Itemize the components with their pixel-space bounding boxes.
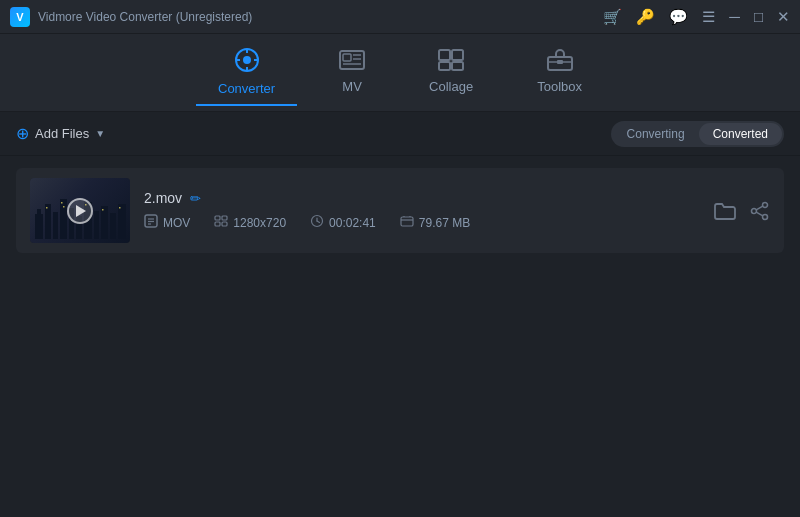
- title-bar: V Vidmore Video Converter (Unregistered)…: [0, 0, 800, 34]
- file-card: 2.mov ✏ MOV: [16, 168, 784, 253]
- resolution-value: 1280x720: [233, 216, 286, 230]
- file-duration: 00:02:41: [310, 214, 376, 231]
- svg-line-54: [756, 206, 763, 210]
- svg-rect-26: [94, 211, 99, 239]
- key-icon[interactable]: 🔑: [636, 8, 655, 26]
- svg-rect-27: [101, 206, 108, 239]
- svg-rect-41: [222, 216, 227, 220]
- play-triangle-icon: [76, 205, 86, 217]
- collage-icon: [438, 49, 464, 75]
- file-meta: MOV 1280x720: [144, 214, 700, 231]
- svg-rect-7: [343, 54, 351, 61]
- svg-rect-20: [45, 204, 51, 239]
- mv-icon: [339, 49, 365, 75]
- svg-line-46: [317, 221, 320, 223]
- add-files-button[interactable]: ⊕ Add Files ▼: [16, 124, 105, 143]
- file-thumbnail[interactable]: [30, 178, 130, 243]
- converting-toggle-btn[interactable]: Converting: [613, 123, 699, 145]
- size-icon: [400, 214, 414, 231]
- toolbar: ⊕ Add Files ▼ Converting Converted: [0, 112, 800, 156]
- file-actions: [714, 201, 770, 221]
- svg-rect-43: [222, 222, 227, 226]
- format-value: MOV: [163, 216, 190, 230]
- file-resolution: 1280x720: [214, 214, 286, 231]
- svg-rect-30: [61, 202, 63, 204]
- tab-toolbox-label: Toolbox: [537, 79, 582, 94]
- nav-tabs: Converter MV Collage: [0, 34, 800, 112]
- svg-rect-42: [215, 222, 220, 226]
- size-value: 79.67 MB: [419, 216, 470, 230]
- svg-rect-29: [118, 204, 126, 239]
- tab-collage-label: Collage: [429, 79, 473, 94]
- maximize-btn[interactable]: □: [754, 8, 763, 25]
- svg-rect-34: [102, 209, 104, 211]
- edit-icon[interactable]: ✏: [190, 191, 201, 206]
- svg-rect-47: [401, 217, 413, 226]
- resolution-icon: [214, 214, 228, 231]
- file-format: MOV: [144, 214, 190, 231]
- play-button[interactable]: [67, 198, 93, 224]
- svg-rect-32: [46, 207, 48, 209]
- cart-icon[interactable]: 🛒: [603, 8, 622, 26]
- tab-toolbox[interactable]: Toolbox: [515, 41, 604, 104]
- file-info: 2.mov ✏ MOV: [144, 190, 700, 231]
- toolbox-icon: [547, 49, 573, 75]
- svg-point-53: [763, 214, 768, 219]
- minimize-btn[interactable]: ─: [729, 8, 740, 25]
- format-icon: [144, 214, 158, 231]
- svg-rect-13: [439, 62, 450, 70]
- add-files-label: Add Files: [35, 126, 89, 141]
- duration-value: 00:02:41: [329, 216, 376, 230]
- svg-rect-28: [110, 213, 116, 239]
- convert-toggle: Converting Converted: [611, 121, 784, 147]
- svg-rect-12: [452, 50, 463, 60]
- svg-rect-31: [63, 206, 65, 208]
- tab-mv-label: MV: [342, 79, 362, 94]
- svg-point-51: [763, 202, 768, 207]
- title-bar-left: V Vidmore Video Converter (Unregistered): [10, 7, 252, 27]
- file-size: 79.67 MB: [400, 214, 470, 231]
- close-btn[interactable]: ✕: [777, 8, 790, 26]
- tab-collage[interactable]: Collage: [407, 41, 495, 104]
- svg-rect-11: [439, 50, 450, 60]
- svg-rect-19: [37, 209, 41, 214]
- converted-toggle-btn[interactable]: Converted: [699, 123, 782, 145]
- svg-rect-21: [53, 212, 58, 239]
- file-name: 2.mov: [144, 190, 182, 206]
- title-bar-right: 🛒 🔑 💬 ☰ ─ □ ✕: [603, 8, 790, 26]
- svg-rect-35: [119, 207, 121, 209]
- app-title: Vidmore Video Converter (Unregistered): [38, 10, 252, 24]
- svg-rect-40: [215, 216, 220, 220]
- converter-icon: [234, 47, 260, 77]
- duration-icon: [310, 214, 324, 231]
- file-name-row: 2.mov ✏: [144, 190, 700, 206]
- plus-icon: ⊕: [16, 124, 29, 143]
- svg-rect-17: [557, 60, 563, 64]
- open-folder-button[interactable]: [714, 202, 736, 220]
- svg-rect-14: [452, 62, 463, 70]
- svg-rect-22: [60, 199, 67, 239]
- svg-point-52: [752, 208, 757, 213]
- tab-mv[interactable]: MV: [317, 41, 387, 104]
- svg-point-1: [243, 56, 251, 64]
- share-button[interactable]: [750, 201, 770, 221]
- tab-converter[interactable]: Converter: [196, 39, 297, 106]
- app-icon: V: [10, 7, 30, 27]
- tab-converter-label: Converter: [218, 81, 275, 96]
- svg-rect-18: [35, 214, 43, 239]
- chat-icon[interactable]: 💬: [669, 8, 688, 26]
- content-area: 2.mov ✏ MOV: [0, 156, 800, 517]
- svg-line-55: [756, 212, 763, 216]
- menu-icon[interactable]: ☰: [702, 8, 715, 26]
- dropdown-arrow-icon: ▼: [95, 128, 105, 139]
